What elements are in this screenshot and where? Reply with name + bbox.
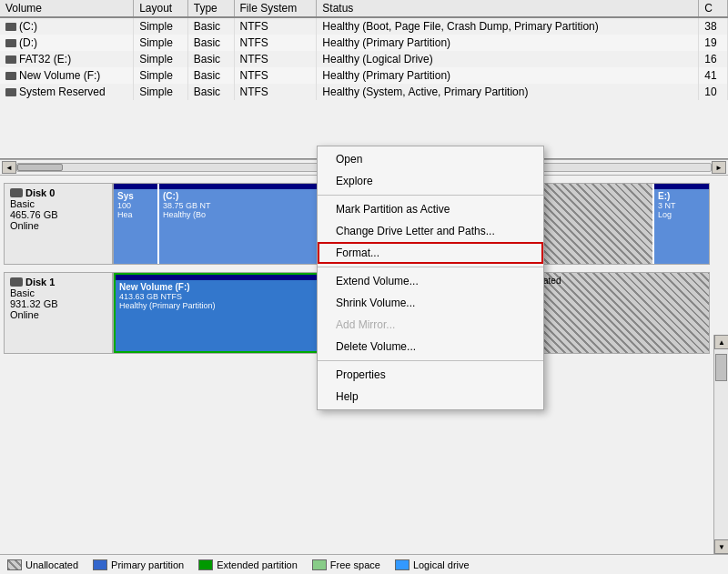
legend-logical-color [395,559,410,570]
disk1-icon [10,277,23,287]
disk0-type: Basic [10,198,106,209]
cell-type: Basic [187,35,234,51]
col-status: Status [317,0,699,17]
legend-free-color [312,559,327,570]
cell-layout: Simple [134,35,188,51]
disk1-type: Basic [10,287,106,298]
disk0-label: Disk 0 Basic 465.76 GB Online [4,183,113,265]
cell-fs: NTFS [234,51,317,67]
scroll-right-btn[interactable]: ► [712,161,726,174]
table-row[interactable]: (C:) Simple Basic NTFS Healthy (Boot, Pa… [0,17,728,35]
scroll-down-btn[interactable]: ▼ [714,539,728,554]
cell-type: Basic [187,17,234,35]
legend-primary-label: Primary partition [111,559,184,570]
cell-volume: System Reserved [0,84,134,100]
cell-size: 16 [699,51,728,67]
menu-shrink[interactable]: Shrink Volume... [318,292,543,314]
cell-type: Basic [187,51,234,67]
disk0-sys-partition[interactable]: Sys 100 Hea [114,184,159,264]
cell-volume: New Volume (F:) [0,67,134,84]
menu-mark-active[interactable]: Mark Partition as Active [318,198,543,220]
table-row[interactable]: New Volume (F:) Simple Basic NTFS Health… [0,67,728,84]
col-layout: Layout [134,0,188,17]
separator-2 [318,267,543,267]
separator-3 [318,360,543,361]
separator-1 [318,195,543,196]
menu-properties[interactable]: Properties [318,364,543,386]
legend-primary: Primary partition [93,559,184,570]
col-c: C [699,0,728,17]
v-scroll-track[interactable] [714,349,728,539]
legend-primary-color [93,559,107,570]
menu-explore[interactable]: Explore [318,170,543,192]
cell-fs: NTFS [234,17,317,35]
cell-size: 41 [699,67,728,84]
volume-table: Volume Layout Type File System Status C … [0,0,728,100]
legend-logical-label: Logical drive [413,559,470,570]
scroll-thumb[interactable] [17,164,63,171]
cell-status: Healthy (Primary Partition) [317,35,699,51]
legend-unallocated: Unallocated [7,559,78,570]
cell-status: Healthy (System, Active, Primary Partiti… [317,84,699,100]
menu-add-mirror: Add Mirror... [318,314,543,336]
sys-top-bar [114,184,157,189]
volume-table-area: Volume Layout Type File System Status C … [0,0,728,159]
disk-management-window: Volume Layout Type File System Status C … [0,0,728,574]
e-label: E:) [658,191,705,201]
vertical-scrollbar[interactable]: ▲ ▼ [713,335,728,554]
menu-open[interactable]: Open [318,148,543,170]
cell-status: Healthy (Logical Drive) [317,51,699,67]
legend: Unallocated Primary partition Extended p… [0,554,728,574]
cell-size: 10 [699,84,728,100]
sys-size: 100 [117,201,154,210]
sys-extra: Hea [117,210,154,219]
cell-type: Basic [187,84,234,100]
cell-status: Healthy (Primary Partition) [317,67,699,84]
e-size: 3 NT [658,201,705,210]
disk1-size: 931.32 GB [10,298,106,309]
e-top-bar [654,184,709,189]
cell-layout: Simple [134,17,188,35]
legend-unallocated-color [7,559,22,570]
table-row[interactable]: FAT32 (E:) Simple Basic NTFS Healthy (Lo… [0,51,728,67]
e-extra: Log [658,210,705,219]
col-type: Type [187,0,234,17]
col-volume: Volume [0,0,134,17]
v-scroll-thumb[interactable] [715,354,727,381]
legend-unallocated-label: Unallocated [25,559,78,570]
scroll-up-btn[interactable]: ▲ [714,335,728,349]
cell-volume: FAT32 (E:) [0,51,134,67]
cell-fs: NTFS [234,84,317,100]
table-row[interactable]: (D:) Simple Basic NTFS Healthy (Primary … [0,35,728,51]
cell-layout: Simple [134,67,188,84]
cell-layout: Simple [134,84,188,100]
menu-change-letter[interactable]: Change Drive Letter and Paths... [318,220,543,242]
legend-logical: Logical drive [395,559,470,570]
menu-delete[interactable]: Delete Volume... [318,336,543,357]
legend-extended: Extended partition [198,559,298,570]
disk0-e-partition[interactable]: E:) 3 NT Log [654,184,709,264]
menu-format[interactable]: Format... [318,242,543,264]
menu-extend[interactable]: Extend Volume... [318,270,543,292]
cell-status: Healthy (Boot, Page File, Crash Dump, Pr… [317,17,699,35]
disk0-icon [10,188,23,197]
cell-volume: (C:) [0,17,134,35]
cell-volume: (D:) [0,35,134,51]
sys-label: Sys [117,191,154,201]
menu-help[interactable]: Help [318,386,543,408]
cell-size: 38 [699,17,728,35]
legend-free-label: Free space [330,559,380,570]
disk0-status: Online [10,220,106,231]
legend-free: Free space [312,559,380,570]
cell-type: Basic [187,67,234,84]
legend-extended-color [198,559,213,570]
disk0-name: Disk 0 [25,187,55,198]
legend-extended-label: Extended partition [217,559,298,570]
table-row[interactable]: System Reserved Simple Basic NTFS Health… [0,84,728,100]
cell-layout: Simple [134,51,188,67]
disk1-status: Online [10,309,106,320]
disk0-size: 465.76 GB [10,209,106,220]
cell-fs: NTFS [234,67,317,84]
scroll-left-btn[interactable]: ◄ [2,161,16,174]
cell-size: 19 [699,35,728,51]
